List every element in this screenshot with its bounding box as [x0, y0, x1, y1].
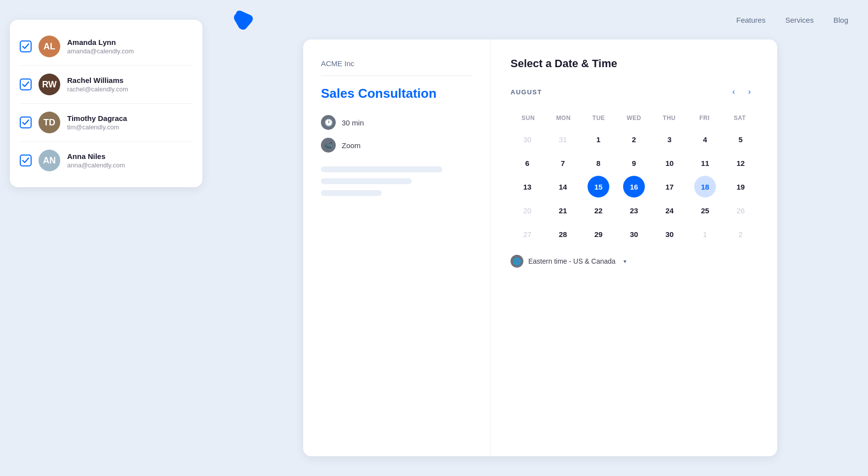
- calendar-day: 30: [516, 128, 538, 150]
- day-headers: SUNMONTUEWEDTHUFRISAT: [511, 112, 757, 124]
- avatar: AL: [39, 36, 60, 57]
- user-email: tim@calendly.com: [67, 123, 193, 131]
- day-header-cell: MON: [546, 112, 581, 124]
- location-text: Zoom: [342, 141, 360, 150]
- clock-icon: 🕐: [321, 115, 336, 130]
- user-name: Rachel Williams: [67, 76, 193, 84]
- left-panel: AL Amanda Lynn amanda@calendly.com RW Ra…: [0, 0, 212, 476]
- calendar-day: 27: [516, 223, 538, 245]
- logo-icon: [232, 8, 254, 30]
- calendar-day[interactable]: 17: [659, 176, 680, 198]
- user-name: Timothy Dagraca: [67, 114, 193, 122]
- timezone-row[interactable]: 🌐 Eastern time - US & Canada ▼: [511, 255, 757, 268]
- user-info: Amanda Lynn amanda@calendly.com: [67, 38, 193, 55]
- calendar-day: 31: [552, 128, 574, 150]
- calendar-day[interactable]: 11: [694, 152, 716, 174]
- duration-text: 30 min: [342, 119, 364, 127]
- calendar-day: 20: [516, 199, 538, 221]
- video-icon: 📹: [321, 138, 336, 153]
- checkbox-icon: [20, 40, 32, 52]
- timezone-text: Eastern time - US & Canada: [528, 257, 616, 265]
- user-list-card: AL Amanda Lynn amanda@calendly.com RW Ra…: [10, 20, 202, 187]
- calendar-day[interactable]: 15: [588, 176, 609, 198]
- user-email: amanda@calendly.com: [67, 47, 193, 55]
- user-name: Amanda Lynn: [67, 38, 193, 46]
- skeleton-2: [321, 178, 412, 184]
- calendar-day[interactable]: 8: [588, 152, 609, 174]
- calendar-day[interactable]: 25: [694, 199, 716, 221]
- avatar: RW: [39, 74, 60, 95]
- user-list-item[interactable]: RW Rachel Williams rachel@calendly.com: [20, 66, 193, 104]
- day-header-cell: SUN: [511, 112, 546, 124]
- calendar-day: 26: [730, 199, 751, 221]
- calendar-grid: SUNMONTUEWEDTHUFRISAT 303112345678910111…: [511, 112, 757, 245]
- calendar-day[interactable]: 4: [694, 128, 716, 150]
- globe-icon: 🌐: [511, 255, 523, 268]
- calendar-day[interactable]: 9: [623, 152, 645, 174]
- calendar-title: Select a Date & Time: [511, 57, 757, 70]
- checkbox-icon: [20, 117, 32, 128]
- calendar-day[interactable]: 14: [552, 176, 574, 198]
- divider: [321, 76, 473, 76]
- nav-logo: [232, 8, 254, 32]
- location-meta: 📹 Zoom: [321, 138, 473, 153]
- calendar-day[interactable]: 7: [552, 152, 574, 174]
- nav-blog[interactable]: Blog: [833, 16, 848, 24]
- calendar-day[interactable]: 3: [659, 128, 680, 150]
- calendar-day[interactable]: 2: [623, 128, 645, 150]
- month-label: AUGUST: [511, 88, 726, 96]
- calendar-day[interactable]: 23: [623, 199, 645, 221]
- user-email: anna@calendly.com: [67, 161, 193, 169]
- days-grid: 3031123456789101112131415161718192021222…: [511, 128, 757, 245]
- calendar-day: 2: [730, 223, 751, 245]
- skeleton-3: [321, 190, 382, 196]
- month-nav: AUGUST ‹ ›: [511, 84, 757, 100]
- calendar-day[interactable]: 24: [659, 199, 680, 221]
- day-header-cell: THU: [652, 112, 687, 124]
- nav-features[interactable]: Features: [736, 16, 765, 24]
- calendar-day[interactable]: 29: [588, 223, 609, 245]
- booking-card: ACME Inc Sales Consultation 🕐 30 min 📹 Z…: [303, 40, 777, 456]
- calendar-day[interactable]: 30: [659, 223, 680, 245]
- user-info: Anna Niles anna@calendly.com: [67, 152, 193, 169]
- checkbox-icon: [20, 155, 32, 166]
- avatar: TD: [39, 112, 60, 133]
- calendar-day: 1: [694, 223, 716, 245]
- skeleton-1: [321, 166, 442, 172]
- duration-meta: 🕐 30 min: [321, 115, 473, 130]
- calendar-day[interactable]: 22: [588, 199, 609, 221]
- user-list-item[interactable]: AL Amanda Lynn amanda@calendly.com: [20, 28, 193, 66]
- avatar: AN: [39, 150, 60, 171]
- user-list-item[interactable]: AN Anna Niles anna@calendly.com: [20, 142, 193, 179]
- calendar-area: Select a Date & Time AUGUST ‹ › SUNMONTU…: [491, 40, 777, 456]
- calendar-day[interactable]: 13: [516, 176, 538, 198]
- day-header-cell: WED: [616, 112, 651, 124]
- calendar-day[interactable]: 10: [659, 152, 680, 174]
- day-header-cell: TUE: [581, 112, 616, 124]
- calendar-day[interactable]: 12: [730, 152, 751, 174]
- nav-bar: Features Services Blog: [212, 0, 868, 40]
- event-title: Sales Consultation: [321, 86, 473, 101]
- booking-info: ACME Inc Sales Consultation 🕐 30 min 📹 Z…: [303, 40, 491, 456]
- timezone-dropdown-arrow: ▼: [623, 259, 628, 264]
- calendar-day[interactable]: 21: [552, 199, 574, 221]
- prev-month-button[interactable]: ‹: [726, 84, 742, 100]
- user-name: Anna Niles: [67, 152, 193, 160]
- calendar-day[interactable]: 18: [694, 176, 716, 198]
- main-area: Features Services Blog ACME Inc Sales Co…: [212, 0, 868, 476]
- user-info: Rachel Williams rachel@calendly.com: [67, 76, 193, 93]
- calendar-day[interactable]: 5: [730, 128, 751, 150]
- calendar-day[interactable]: 6: [516, 152, 538, 174]
- calendar-day[interactable]: 1: [588, 128, 609, 150]
- calendar-day[interactable]: 28: [552, 223, 574, 245]
- calendar-day[interactable]: 19: [730, 176, 751, 198]
- next-month-button[interactable]: ›: [742, 84, 757, 100]
- checkbox-icon: [20, 79, 32, 90]
- calendar-day[interactable]: 30: [623, 223, 645, 245]
- calendar-day[interactable]: 16: [623, 176, 645, 198]
- day-header-cell: FRI: [687, 112, 722, 124]
- nav-services[interactable]: Services: [785, 16, 814, 24]
- user-info: Timothy Dagraca tim@calendly.com: [67, 114, 193, 131]
- day-header-cell: SAT: [722, 112, 757, 124]
- user-list-item[interactable]: TD Timothy Dagraca tim@calendly.com: [20, 104, 193, 142]
